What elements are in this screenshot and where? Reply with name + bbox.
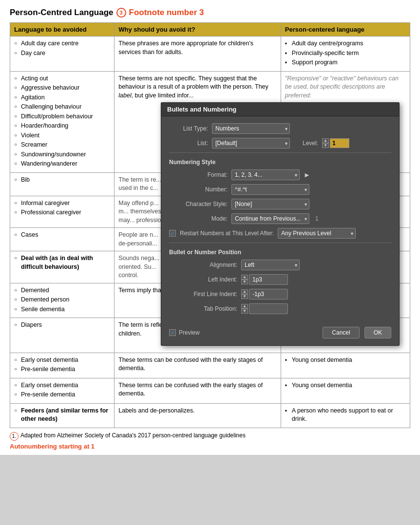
- alignment-label: Alignment:: [169, 262, 237, 268]
- cell-avoid: Deal with (as in deal with difficult beh…: [10, 251, 115, 283]
- col-header-2: Why should you avoid it?: [115, 23, 281, 37]
- list-type-select[interactable]: Numbers: [212, 123, 290, 134]
- numbering-style-label: Numbering Style: [169, 159, 391, 166]
- cell-avoid: Bib: [10, 172, 115, 196]
- list-type-label: List Type:: [169, 125, 208, 132]
- level-spinner[interactable]: ▲ ▼: [322, 138, 329, 148]
- level-label: Level:: [294, 140, 318, 147]
- divider-2: [169, 243, 391, 243]
- cell-person: A person who needs support to eat or dri…: [281, 403, 410, 428]
- cell-avoid: Cases: [10, 228, 115, 251]
- alignment-select[interactable]: Left: [241, 260, 300, 270]
- cell-why: These phrases are more appropriate for c…: [115, 37, 281, 72]
- char-style-select[interactable]: [None]: [231, 199, 309, 209]
- first-line-up-btn[interactable]: ▲: [241, 289, 248, 294]
- cell-avoid: Adult day care centreDay care: [10, 37, 115, 72]
- cell-why: These terms can be confused with the ear…: [115, 378, 281, 403]
- restart-select[interactable]: Any Previous Level: [278, 228, 356, 239]
- restart-select-wrapper[interactable]: Any Previous Level ▾: [278, 228, 356, 239]
- table-row: Adult day care centreDay care These phra…: [10, 37, 410, 72]
- tab-position-label: Tab Position:: [169, 305, 237, 312]
- cell-avoid: Demented Demented person Senile dementia: [10, 283, 115, 318]
- left-indent-control[interactable]: ▲ ▼: [241, 274, 288, 285]
- char-style-row: Character Style: [None] ▾: [169, 199, 391, 209]
- list-select[interactable]: [Default]: [212, 138, 290, 149]
- cell-why: Labels and de-personalizes.: [115, 403, 281, 428]
- footnote-label: Footnote number 3: [129, 8, 204, 18]
- format-select[interactable]: 1, 2, 3, 4...: [231, 169, 300, 180]
- footer-number: 1.: [10, 432, 19, 441]
- first-line-down-btn[interactable]: ▼: [241, 294, 248, 299]
- list-type-select-wrapper[interactable]: Numbers ▾: [212, 123, 290, 134]
- left-indent-label: Left Indent:: [169, 276, 237, 283]
- left-indent-up-btn[interactable]: ▲: [241, 275, 248, 280]
- col-header-1: Language to be avoided: [10, 23, 115, 37]
- dialog-footer: ✓ Preview Cancel OK: [169, 322, 391, 338]
- bullets-numbering-dialog: Bullets and Numbering List Type: Numbers…: [161, 102, 400, 346]
- char-style-select-wrapper[interactable]: [None] ▾: [231, 199, 309, 209]
- mode-select[interactable]: Continue from Previous...: [231, 213, 309, 224]
- left-indent-row: Left Indent: ▲ ▼: [169, 274, 391, 285]
- cell-avoid: Early onset dementia Pre-senile dementia: [10, 353, 115, 378]
- number-row: Number: ^#.^t ▾: [169, 184, 391, 195]
- preview-row[interactable]: ✓ Preview: [169, 329, 200, 336]
- cell-person: Young onset dementia: [281, 353, 410, 378]
- cell-avoid: Acting out Aggressive behaviour Agitatio…: [10, 71, 115, 172]
- first-line-indent-control[interactable]: ▲ ▼: [241, 289, 288, 300]
- preview-checkbox[interactable]: ✓: [169, 329, 176, 336]
- left-indent-input[interactable]: [249, 274, 288, 285]
- level-down-btn[interactable]: ▼: [322, 143, 329, 148]
- format-label: Format:: [169, 171, 228, 178]
- dialog-body: List Type: Numbers ▾ List: [Default] ▾: [161, 116, 399, 345]
- cell-avoid: Informal caregiver Professional caregive…: [10, 196, 115, 228]
- level-input[interactable]: [330, 138, 349, 148]
- arrow-icon: ►: [304, 171, 310, 179]
- list-type-row: List Type: Numbers ▾: [169, 123, 391, 134]
- mode-label: Mode:: [169, 215, 228, 222]
- table-row: Early onset dementia Pre-senile dementia…: [10, 353, 410, 378]
- tab-position-row: Tab Position: ▲ ▼: [169, 303, 391, 314]
- footer-text: Adapted from Alzheimer Society of Canada…: [20, 432, 246, 439]
- restart-label: Restart Numbers at This Level After:: [180, 230, 274, 237]
- list-level-row: List: [Default] ▾ Level: ▲ ▼: [169, 138, 391, 149]
- autonumber-label: Autonumbering starting at 1: [10, 443, 410, 450]
- list-select-wrapper[interactable]: [Default] ▾: [212, 138, 290, 149]
- first-line-indent-label: First Line Indent:: [169, 291, 237, 298]
- left-indent-down-btn[interactable]: ▼: [241, 280, 248, 284]
- divider-1: [169, 152, 391, 153]
- first-line-indent-spinner[interactable]: ▲ ▼: [241, 289, 248, 299]
- alignment-select-wrapper[interactable]: Left ▾: [241, 260, 300, 270]
- alignment-row: Alignment: Left ▾: [169, 260, 391, 270]
- ok-button[interactable]: OK: [364, 327, 391, 338]
- mode-row: Mode: Continue from Previous... ▾ 1: [169, 213, 391, 224]
- tab-position-spinner[interactable]: ▲ ▼: [241, 304, 248, 314]
- title-row: Person-Centred Language 3 Footnote numbe…: [10, 8, 410, 18]
- level-control[interactable]: ▲ ▼: [322, 138, 349, 148]
- bullet-position-label: Bullet or Number Position: [169, 249, 391, 256]
- number-select-wrapper[interactable]: ^#.^t ▾: [231, 184, 309, 195]
- restart-checkbox[interactable]: ✓: [169, 230, 176, 237]
- dialog-title: Bullets and Numbering: [161, 103, 399, 116]
- tab-position-control[interactable]: ▲ ▼: [241, 303, 288, 314]
- mode-number: 1: [315, 215, 319, 222]
- first-line-indent-input[interactable]: [249, 289, 288, 300]
- list-label: List:: [169, 140, 208, 147]
- mode-select-wrapper[interactable]: Continue from Previous... ▾: [231, 213, 309, 224]
- tab-position-up-btn[interactable]: ▲: [241, 304, 248, 309]
- tab-position-down-btn[interactable]: ▼: [241, 309, 248, 314]
- cell-person: Adult day centre/programsProvincially-sp…: [281, 37, 410, 72]
- format-select-wrapper[interactable]: 1, 2, 3, 4... ▾: [231, 169, 300, 180]
- tab-position-input[interactable]: [249, 303, 288, 314]
- cancel-button[interactable]: Cancel: [323, 327, 359, 338]
- number-select[interactable]: ^#.^t: [231, 184, 309, 195]
- cell-person: Young onset dementia: [281, 378, 410, 403]
- footer-note: 1. Adapted from Alzheimer Society of Can…: [10, 432, 410, 441]
- preview-label: Preview: [179, 329, 200, 336]
- table-row: Early onset dementia Pre-senile dementia…: [10, 378, 410, 403]
- left-indent-spinner[interactable]: ▲ ▼: [241, 275, 248, 284]
- cell-why: These terms can be confused with the ear…: [115, 353, 281, 378]
- format-row: Format: 1, 2, 3, 4... ▾ ►: [169, 169, 391, 180]
- restart-numbers-row: ✓ Restart Numbers at This Level After: A…: [169, 228, 391, 239]
- cell-avoid: Feeders (and similar terms for other nee…: [10, 403, 115, 428]
- level-up-btn[interactable]: ▲: [322, 138, 329, 143]
